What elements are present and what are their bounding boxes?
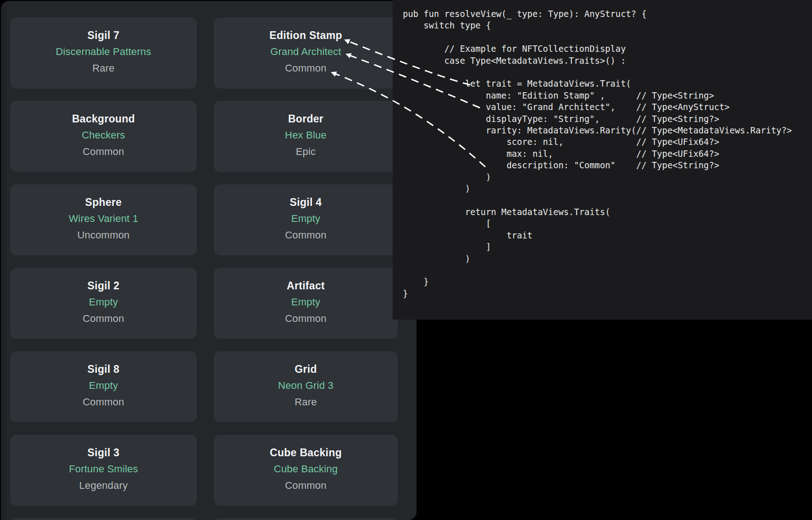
trait-card-value: Grand Architect bbox=[270, 44, 341, 60]
trait-card-grid: Sigil 7 Discernable Patterns Rare Editio… bbox=[10, 17, 398, 520]
trait-card-value: Empty bbox=[291, 294, 320, 310]
trait-card-rarity: Common bbox=[285, 60, 326, 77]
trait-card-title: Sigil 4 bbox=[290, 194, 322, 210]
trait-card: Sigil 4 Empty Common bbox=[214, 184, 398, 255]
trait-card-title: Sigil 2 bbox=[88, 277, 120, 294]
trait-card-title: Background bbox=[72, 111, 135, 127]
trait-card-value: Discernable Patterns bbox=[56, 44, 151, 60]
screen: Sigil 7 Discernable Patterns Rare Editio… bbox=[0, 0, 812, 520]
code-panel: pub fun resolveView(_ type: Type): AnySt… bbox=[393, 0, 812, 320]
trait-card-rarity: Rare bbox=[295, 394, 317, 410]
trait-card-value: Cube Backing bbox=[274, 461, 338, 477]
trait-card-title: Grid bbox=[295, 361, 317, 377]
code-block: pub fun resolveView(_ type: Type): AnySt… bbox=[393, 0, 812, 299]
trait-card-rarity: Common bbox=[83, 144, 124, 160]
trait-card-title: Artifact bbox=[287, 277, 325, 294]
trait-card: Sigil 3 Fortune Smiles Legendary bbox=[10, 435, 197, 506]
panel-left-edge-strip bbox=[1, 7, 6, 520]
trait-card-value: Checkers bbox=[82, 127, 125, 144]
trait-card-value: Hex Blue bbox=[285, 127, 327, 144]
trait-card-rarity: Common bbox=[285, 310, 326, 327]
trait-card: Sigil 7 Discernable Patterns Rare bbox=[10, 17, 197, 89]
trait-card-title: Sigil 8 bbox=[88, 361, 120, 377]
trait-card: Border Hex Blue Epic bbox=[214, 101, 398, 172]
trait-card-rarity: Common bbox=[285, 477, 326, 494]
trait-card-rarity: Common bbox=[83, 310, 124, 327]
trait-card-value: Empty bbox=[89, 294, 118, 310]
trait-card: Sigil 8 Empty Common bbox=[10, 351, 197, 422]
trait-card-rarity: Uncommon bbox=[77, 227, 129, 243]
trait-card-partial bbox=[10, 518, 197, 520]
trait-card-rarity: Rare bbox=[92, 60, 115, 77]
trait-card-rarity: Common bbox=[285, 227, 326, 243]
trait-card-value: Neon Grid 3 bbox=[278, 377, 334, 394]
trait-card-title: Sigil 7 bbox=[88, 27, 120, 44]
trait-card-rarity: Legendary bbox=[79, 477, 128, 494]
trait-card: Edition Stamp Grand Architect Common bbox=[214, 17, 398, 89]
trait-card-value: Empty bbox=[291, 210, 320, 227]
trait-card: Sigil 2 Empty Common bbox=[10, 268, 197, 339]
trait-card: Cube Backing Cube Backing Common bbox=[214, 435, 398, 506]
trait-card-value: Fortune Smiles bbox=[69, 461, 138, 477]
trait-card-value: Wires Varient 1 bbox=[69, 210, 139, 227]
trait-card-partial bbox=[214, 518, 398, 520]
trait-card-rarity: Common bbox=[83, 394, 124, 410]
trait-card-title: Cube Backing bbox=[270, 444, 342, 461]
trait-card-value: Empty bbox=[89, 377, 118, 394]
trait-card: Background Checkers Common bbox=[10, 101, 197, 172]
trait-card: Sphere Wires Varient 1 Uncommon bbox=[10, 184, 197, 255]
trait-card: Artifact Empty Common bbox=[214, 268, 398, 339]
trait-card-title: Sphere bbox=[85, 194, 122, 210]
trait-card-title: Edition Stamp bbox=[269, 27, 342, 44]
trait-card: Grid Neon Grid 3 Rare bbox=[214, 351, 398, 422]
trait-card-title: Border bbox=[288, 111, 323, 127]
trait-card-rarity: Epic bbox=[296, 144, 316, 160]
trait-card-title: Sigil 3 bbox=[88, 444, 120, 461]
